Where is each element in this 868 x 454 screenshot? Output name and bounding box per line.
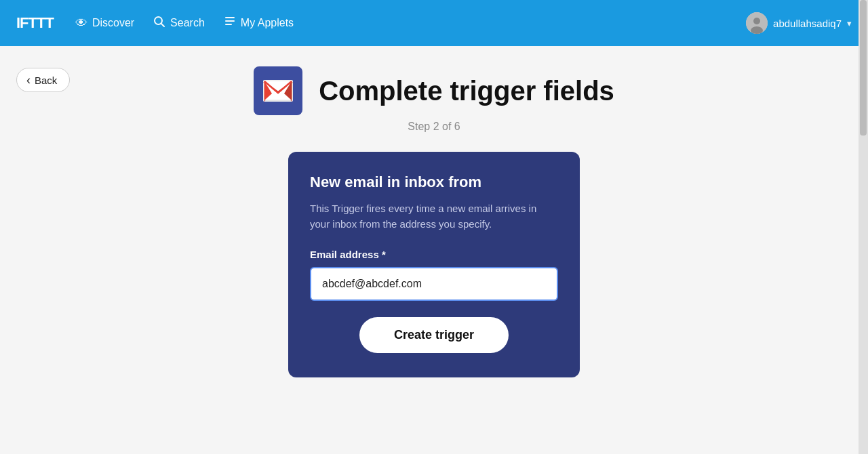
svg-rect-3 (225, 20, 235, 22)
card-description: This Trigger fires every time a new emai… (310, 201, 558, 232)
discover-icon: 👁 (75, 16, 87, 30)
logo[interactable]: IFTTT (16, 14, 54, 32)
scrollbar-track (859, 0, 868, 454)
back-arrow-icon: ‹ (26, 74, 31, 86)
svg-line-1 (161, 23, 165, 26)
chevron-down-icon: ▾ (847, 18, 852, 28)
create-trigger-button[interactable]: Create trigger (359, 317, 509, 353)
gmail-icon (254, 66, 302, 115)
email-field-label: Email address * (310, 249, 558, 260)
svg-rect-2 (225, 17, 235, 18)
card-title: New email in inbox from (310, 173, 558, 191)
email-input[interactable] (310, 267, 558, 301)
back-button[interactable]: ‹ Back (16, 68, 70, 92)
back-label: Back (35, 75, 57, 86)
discover-label: Discover (92, 17, 134, 29)
page-header: Complete trigger fields (254, 66, 614, 115)
nav-my-applets[interactable]: My Applets (224, 16, 294, 31)
avatar (746, 12, 768, 34)
trigger-card: New email in inbox from This Trigger fir… (288, 152, 580, 377)
scrollbar-thumb[interactable] (860, 0, 867, 136)
svg-rect-4 (225, 24, 232, 25)
nav-discover[interactable]: 👁 Discover (75, 16, 134, 30)
user-menu[interactable]: abdullahsadiq7 ▾ (746, 12, 852, 34)
navbar: IFTTT 👁 Discover Search My Applets (0, 0, 868, 46)
main-content: Complete trigger fields Step 2 of 6 New … (0, 46, 868, 454)
username: abdullahsadiq7 (773, 18, 842, 29)
search-label: Search (170, 17, 205, 29)
svg-point-6 (753, 18, 760, 24)
applets-label: My Applets (241, 17, 294, 29)
step-indicator: Step 2 of 6 (408, 121, 460, 133)
page-title: Complete trigger fields (319, 76, 614, 106)
search-icon (153, 16, 165, 31)
nav-search[interactable]: Search (153, 16, 205, 31)
applets-icon (224, 16, 236, 31)
